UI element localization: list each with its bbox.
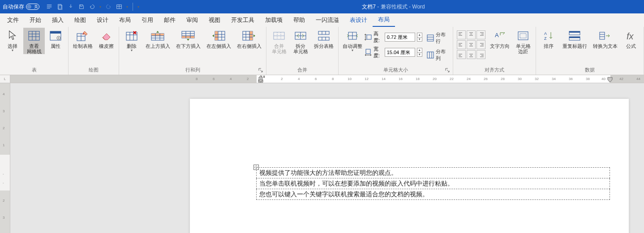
- svg-rect-3: [29, 31, 39, 40]
- autosave-toggle[interactable]: 自动保存 关: [0, 3, 42, 11]
- insert-above-button[interactable]: 在上方插入: [142, 28, 173, 49]
- qat-touch-icon[interactable]: [67, 3, 74, 10]
- tab-draw[interactable]: 绘图: [69, 13, 91, 27]
- formula-button[interactable]: fx 公式: [620, 28, 642, 49]
- tab-insert[interactable]: 插入: [47, 13, 69, 27]
- document-table[interactable]: 视频提供了功能强大的方法帮助您证明您的观点。 当您单击联机视频时，可以在想要添加…: [256, 167, 610, 200]
- redo-icon[interactable]: [105, 3, 112, 10]
- merge-cells-button[interactable]: 合并 单元格: [268, 28, 290, 54]
- cell-margins-button[interactable]: 单元格 边距: [512, 28, 534, 54]
- document-canvas[interactable]: 视频提供了功能强大的方法帮助您证明您的观点。 当您单击联机视频时，可以在想要添加…: [10, 83, 644, 233]
- group-label-align: 对齐方式: [455, 67, 534, 75]
- svg-rect-32: [569, 31, 580, 33]
- tab-addins[interactable]: 加载项: [260, 13, 288, 27]
- view-gridlines-button[interactable]: 查看 网格线: [23, 28, 45, 54]
- tab-help[interactable]: 帮助: [288, 13, 310, 27]
- horizontal-ruler[interactable]: 8 6 4 2 ▝▝ 2 4 6 8 10 12 14 16 18 20 22 …: [10, 75, 644, 83]
- align-bot-center[interactable]: [467, 50, 476, 59]
- quick-access-toolbar: ▾ ▾ ▾: [42, 3, 143, 11]
- align-top-center[interactable]: [467, 30, 476, 39]
- svg-rect-23: [366, 49, 370, 54]
- tab-devtools[interactable]: 开发工具: [226, 13, 260, 27]
- tab-file[interactable]: 文件: [2, 13, 24, 27]
- qat-customize[interactable]: ▾: [137, 5, 139, 9]
- tab-view[interactable]: 视图: [203, 13, 226, 27]
- align-bot-left[interactable]: [457, 50, 466, 59]
- eraser-button[interactable]: 橡皮擦: [95, 28, 117, 49]
- table-row: 当您单击联机视频时，可以在想要添加的视频的嵌入代码中进行粘贴。: [257, 178, 610, 189]
- row-height-stepper[interactable]: ▲▼: [417, 33, 422, 42]
- autosave-switch[interactable]: 关: [26, 4, 39, 10]
- svg-text:A: A: [544, 31, 547, 36]
- tab-table-layout[interactable]: 布局: [373, 13, 395, 27]
- svg-marker-37: [258, 76, 263, 78]
- insert-left-button[interactable]: 在左侧插入: [203, 28, 234, 49]
- text-direction-button[interactable]: A 文字方向: [487, 28, 512, 49]
- svg-rect-16: [249, 31, 253, 40]
- delete-button[interactable]: 删除▾: [121, 28, 142, 53]
- repeat-header-button[interactable]: 重复标题行: [559, 28, 590, 49]
- align-bot-right[interactable]: [477, 50, 485, 59]
- convert-to-text-button[interactable]: 转换为文本: [590, 28, 620, 49]
- pencil-table-icon: [76, 29, 90, 42]
- align-mid-center[interactable]: [467, 40, 476, 49]
- align-top-left[interactable]: [457, 30, 466, 39]
- insert-below-button[interactable]: 在下方插入: [173, 28, 203, 49]
- properties-button[interactable]: 属性: [45, 28, 66, 49]
- table-cell[interactable]: 视频提供了功能强大的方法帮助您证明您的观点。: [257, 168, 610, 178]
- tab-home[interactable]: 开始: [24, 13, 47, 27]
- title-bar: 自动保存 关 ▾ ▾ ▾ 文档7 - 兼容性模式 - Word: [0, 0, 644, 13]
- undo-icon[interactable]: [89, 3, 96, 10]
- qat-file-icon[interactable]: [56, 3, 64, 10]
- select-button[interactable]: 选择▾: [2, 28, 23, 53]
- svg-rect-27: [518, 32, 528, 40]
- launcher-rowscols[interactable]: [258, 68, 263, 73]
- align-mid-right[interactable]: [477, 40, 485, 49]
- row-height-input[interactable]: [385, 33, 415, 42]
- qat-table-dropdown[interactable]: ▾: [126, 5, 128, 9]
- svg-rect-28: [520, 34, 526, 38]
- draw-table-button[interactable]: 绘制表格: [70, 28, 95, 49]
- formula-icon: fx: [624, 29, 638, 42]
- undo-dropdown[interactable]: ▾: [99, 5, 101, 9]
- align-top-right[interactable]: [477, 30, 485, 39]
- distribute-rows-button[interactable]: 分布行: [425, 30, 451, 46]
- group-label-rowscols: 行和列: [121, 67, 264, 75]
- split-cells-button[interactable]: 拆分 单元格: [290, 28, 311, 54]
- align-mid-left[interactable]: [457, 40, 466, 49]
- table-cell[interactable]: 您也可以键入一个关键字以联机搜索最适合您的文档的视频。: [257, 189, 610, 200]
- save-icon[interactable]: [78, 3, 85, 10]
- ribbon: 选择▾ 查看 网格线 属性 表 绘制表格 橡皮擦 绘图: [0, 27, 644, 75]
- distribute-cols-button[interactable]: 分布列: [425, 47, 451, 63]
- qat-table-icon[interactable]: [116, 3, 123, 10]
- table-cell[interactable]: 当您单击联机视频时，可以在想要添加的视频的嵌入代码中进行粘贴。: [257, 178, 610, 189]
- autofit-button[interactable]: 自动调整▾: [340, 28, 365, 53]
- tab-table-design[interactable]: 表设计: [344, 13, 373, 27]
- group-label-cellsize: 单元格大小: [340, 67, 451, 75]
- svg-rect-22: [367, 35, 371, 39]
- right-indent-marker[interactable]: [607, 75, 613, 83]
- insert-right-button[interactable]: 在右侧插入: [234, 28, 264, 49]
- col-width-stepper[interactable]: ▲▼: [417, 48, 422, 57]
- left-indent-marker[interactable]: [258, 75, 263, 83]
- content-area: 4 3 2 1 - - 2 3 视频提供了功能强大的方法帮助您证明您的观点。 当…: [0, 83, 644, 233]
- launcher-cellsize[interactable]: [445, 68, 450, 73]
- col-width-input[interactable]: [385, 48, 415, 57]
- window-title: 文档7 - 兼容性模式 - Word: [143, 3, 644, 11]
- svg-rect-25: [427, 52, 434, 58]
- insert-below-icon: [181, 29, 195, 42]
- svg-text:Z: Z: [544, 36, 547, 41]
- tab-references[interactable]: 引用: [136, 13, 159, 27]
- qat-sync-icon[interactable]: [46, 3, 53, 10]
- tab-flash[interactable]: 一闪流溢: [310, 13, 344, 27]
- row-height-icon: [365, 34, 372, 41]
- vertical-ruler[interactable]: 4 3 2 1 - - 2 3: [0, 83, 10, 233]
- tab-review[interactable]: 审阅: [181, 13, 203, 27]
- tab-design[interactable]: 设计: [91, 13, 114, 27]
- ruler-corner[interactable]: L: [0, 75, 10, 83]
- split-cells-icon: [294, 29, 307, 42]
- sort-button[interactable]: AZ 排序: [538, 28, 559, 49]
- tab-mailings[interactable]: 邮件: [159, 13, 181, 27]
- split-table-button[interactable]: 拆分表格: [311, 28, 336, 49]
- tab-layout[interactable]: 布局: [114, 13, 136, 27]
